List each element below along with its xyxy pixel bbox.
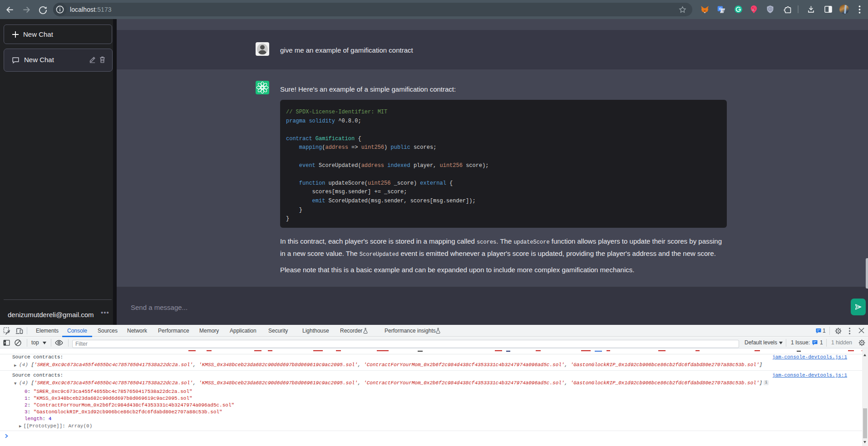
svg-text:文: 文 (722, 9, 725, 12)
